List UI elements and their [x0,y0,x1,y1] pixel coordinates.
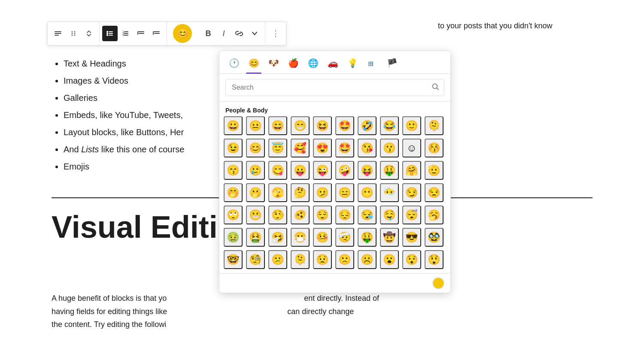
outdent-btn[interactable] [133,26,149,41]
emoji-cell[interactable]: 🤠 [380,228,399,247]
indent-btn[interactable] [149,26,164,41]
cat-recent[interactable]: 🕐 [225,54,243,73]
emoji-cell[interactable]: 🙁 [335,250,354,269]
svg-point-4 [74,31,76,33]
emoji-cell[interactable]: 😶 [358,183,377,202]
emoji-cell[interactable]: 😬 [246,206,265,224]
emoji-cell[interactable]: 😪 [358,206,377,224]
cat-people[interactable]: 😊 [244,54,263,73]
emoji-body[interactable]: People & Body 😀 😐 😄 😁 😆 🤩 🤣 😂 🙂 🫠 😉 😊 😇 … [219,102,450,273]
emoji-cell[interactable]: 😑 [335,183,354,202]
emoji-cell[interactable]: 🤢 [224,228,243,247]
emoji-cell[interactable]: 😎 [402,228,421,247]
emoji-cell[interactable]: 😐 [246,116,265,135]
link-btn[interactable] [231,26,247,41]
emoji-cell[interactable]: 🫣 [268,183,287,202]
emoji-cell[interactable]: 😍 [313,139,332,157]
more-format-btn[interactable] [247,26,262,41]
emoji-cell[interactable]: 🤤 [380,206,399,224]
italic-btn[interactable]: I [216,26,231,41]
emoji-cell[interactable]: 😗 [380,139,399,157]
numbered-list-btn[interactable]: 1. 2. 3. [118,26,133,41]
more-options-btn[interactable]: ⋮ [268,26,283,41]
emoji-cell[interactable]: 🥰 [291,139,310,157]
cat-food[interactable]: 🍎 [284,54,303,73]
emoji-cell[interactable]: 😘 [358,139,377,157]
emoji-cell[interactable]: 😁 [291,116,310,135]
category-tabs: 🕐 😊 🐶 🍎 🌐 🚗 💡 🔣 🏴 [219,51,450,74]
emoji-cell[interactable]: 🤥 [268,206,287,224]
list-toggle-btn[interactable] [50,26,66,41]
emoji-cell[interactable]: 🫨 [291,206,310,224]
emoji-cell[interactable]: 😂 [380,116,399,135]
emoji-cell[interactable]: 😯 [402,250,421,269]
emoji-cell[interactable]: 🧐 [246,250,265,269]
emoji-cell[interactable]: 🤧 [268,228,287,247]
emoji-cell[interactable]: 😇 [268,139,287,157]
emoji-cell[interactable]: 😟 [313,250,332,269]
emoji-cell[interactable]: 😝 [358,161,377,180]
emoji-cell[interactable]: 🥸 [425,228,444,247]
cat-flags[interactable]: 🏴 [383,54,401,73]
emoji-cell[interactable]: 😜 [313,161,332,180]
emoji-cell[interactable]: 🫠 [425,116,444,135]
emoji-cell[interactable]: 🥱 [425,206,444,224]
emoji-cell[interactable]: 😆 [313,116,332,135]
emoji-cell[interactable]: 🤒 [313,228,332,247]
emoji-cell[interactable]: 🫡 [425,161,444,180]
emoji-cell[interactable]: 😌 [313,206,332,224]
emoji-cell[interactable]: 😮 [380,250,399,269]
emoji-cell[interactable]: 🫢 [246,183,265,202]
cat-animals[interactable]: 🐶 [264,54,283,73]
bg-list: Text & Headings Images & Videos Gallerie… [52,56,184,176]
emoji-cell[interactable]: 😕 [268,250,287,269]
drag-btn[interactable] [66,26,81,41]
emoji-cell[interactable]: ☺️ [402,139,421,157]
emoji-cell[interactable]: 😏 [402,183,421,202]
emoji-cell[interactable]: 🤩 [335,116,354,135]
emoji-cell[interactable]: 🫠 [291,250,310,269]
emoji-cell[interactable]: 😷 [291,228,310,247]
bg-heading: Visual Editi [52,210,218,244]
emoji-cell[interactable]: 🤩 [335,139,354,157]
emoji-cell[interactable]: 🤪 [335,161,354,180]
emoji-cell[interactable]: 🙄 [224,206,243,224]
emoji-cell[interactable]: 🤑 [380,161,399,180]
emoji-cell[interactable]: 😙 [224,161,243,180]
emoji-cell[interactable]: 😋 [268,161,287,180]
emoji-cell[interactable]: 😄 [268,116,287,135]
emoji-cell[interactable]: 🤕 [335,228,354,247]
emoji-cell[interactable]: 🙂 [402,116,421,135]
emoji-cell[interactable]: 😉 [224,139,243,157]
emoji-picker-btn[interactable]: 😊 [173,24,192,43]
emoji-cell[interactable]: 😊 [246,139,265,157]
emoji-cell[interactable]: 😶‍🌫️ [380,183,399,202]
emoji-search-input[interactable] [225,79,444,96]
emoji-cell[interactable]: 😔 [335,206,354,224]
skin-tone-btn[interactable] [432,277,444,289]
emoji-cell[interactable]: 🤓 [224,250,243,269]
cat-symbols[interactable]: 🔣 [363,54,382,73]
up-down-btn[interactable] [81,26,97,41]
cat-travel[interactable]: 🌐 [304,54,322,73]
emoji-cell[interactable]: 😛 [291,161,310,180]
cat-vehicles[interactable]: 🚗 [323,54,342,73]
emoji-cell[interactable]: 🥲 [246,161,265,180]
emoji-cell[interactable]: 🤑 [358,228,377,247]
emoji-cell[interactable]: 🤮 [246,228,265,247]
emoji-cell[interactable]: 😲 [425,250,444,269]
emoji-cell[interactable]: 😒 [425,183,444,202]
emoji-grid-row7: 🤓 🧐 😕 🫠 😟 🙁 ☹️ 😮 😯 😲 [219,250,450,272]
emoji-cell[interactable]: 😀 [224,116,243,135]
emoji-cell[interactable]: ☹️ [358,250,377,269]
bold-btn[interactable]: B [200,26,216,41]
bullet-list-btn[interactable] [102,26,118,41]
emoji-cell[interactable]: 😴 [402,206,421,224]
emoji-cell[interactable]: 😚 [425,139,444,157]
emoji-cell[interactable]: 🤔 [291,183,310,202]
emoji-cell[interactable]: 🤭 [224,183,243,202]
emoji-cell[interactable]: 🫤 [313,183,332,202]
emoji-cell[interactable]: 🤣 [358,116,377,135]
emoji-cell[interactable]: 🤗 [402,161,421,180]
cat-objects[interactable]: 💡 [343,54,362,73]
